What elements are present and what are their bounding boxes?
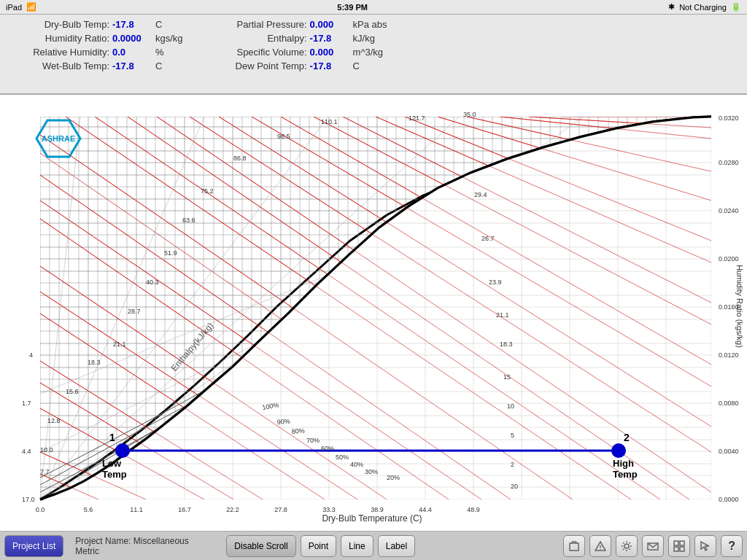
pointer-button[interactable] [694,535,716,557]
delete-button[interactable] [563,535,585,557]
time-display: 5:39 PM [337,3,368,12]
svg-text:29.4: 29.4 [474,191,487,198]
enthalpy-label: Enthalpy: [212,33,307,44]
help-button[interactable]: ? [721,535,743,557]
svg-text:86.8: 86.8 [233,155,247,162]
enthalpy-unit: kJ/kg [353,33,375,44]
svg-rect-302 [680,547,684,551]
wet-bulb-row: Wet-Bulb Temp: -17.8 C [15,61,183,71]
svg-text:121.7: 121.7 [409,114,425,122]
line-button[interactable]: Line [341,535,374,557]
svg-text:110.1: 110.1 [321,118,338,125]
svg-text:10: 10 [507,402,514,410]
svg-text:35.0: 35.0 [463,111,476,118]
dry-bulb-row: Dry-Bulb Temp: -17.8 C [15,19,183,30]
svg-text:63.6: 63.6 [182,217,196,224]
svg-text:High: High [613,458,634,469]
svg-text:22.2: 22.2 [226,506,239,513]
svg-text:28.7: 28.7 [128,308,141,315]
svg-rect-300 [680,541,684,545]
email-button[interactable] [642,535,664,557]
info-right-col: Partial Pressure: 0.000 kPa abs Enthalpy… [212,19,387,89]
humidity-ratio-row: Humidity Ratio: 0.0000 kgs/kg [15,33,183,44]
info-left-col: Dry-Bulb Temp: -17.8 C Humidity Ratio: 0… [15,19,183,89]
svg-text:18.3: 18.3 [88,359,101,366]
enthalpy-row: Enthalpy: -17.8 kJ/kg [212,33,387,44]
svg-text:2: 2 [624,432,630,443]
wifi-icon: 📶 [26,2,36,12]
svg-text:ASHRAE: ASHRAE [42,134,75,143]
svg-text:75.2: 75.2 [201,187,214,195]
chart-area[interactable]: 1 Low Temp 2 High Temp Enthalpy(kJ/kg) H… [0,95,747,531]
svg-text:1.7: 1.7 [22,400,31,407]
point-button[interactable]: Point [301,535,336,557]
svg-text:18.3: 18.3 [500,341,513,348]
svg-text:0.0280: 0.0280 [719,159,739,166]
humidity-ratio-unit: kgs/kg [155,33,183,44]
label-button[interactable]: Label [378,535,415,557]
svg-point-297 [624,544,629,548]
disable-scroll-button[interactable]: Disable Scroll [226,535,295,557]
svg-text:40.3: 40.3 [146,279,159,286]
svg-text:4.4: 4.4 [22,448,31,455]
project-list-button[interactable]: Project List [4,535,63,557]
project-name-label: Project Name: Miscellaneous Metric [68,536,222,556]
svg-text:15: 15 [503,373,511,381]
wet-bulb-unit: C [155,61,162,71]
svg-text:44.4: 44.4 [419,506,432,513]
battery-status: Not Charging [679,3,727,12]
svg-text:5: 5 [511,432,514,439]
dry-bulb-value: -17.8 [112,19,152,30]
svg-text:15.6: 15.6 [66,388,79,395]
svg-text:16.7: 16.7 [178,506,191,513]
svg-text:0.0040: 0.0040 [719,448,739,455]
wet-bulb-value: -17.8 [112,61,152,71]
svg-text:48.9: 48.9 [467,506,480,513]
svg-text:2: 2 [511,461,514,468]
partial-pressure-label: Partial Pressure: [212,19,307,30]
dew-point-value: -17.8 [310,61,350,71]
svg-text:50%: 50% [336,454,349,461]
svg-text:38.9: 38.9 [371,506,384,513]
specific-volume-value: 0.000 [310,47,350,58]
svg-text:Temp: Temp [613,469,638,480]
device-label: iPad [6,3,22,12]
relative-humidity-row: Relative Humidity: 0.0 % [15,47,183,58]
svg-point-224 [611,443,626,458]
svg-text:20: 20 [511,483,518,490]
svg-text:12.8: 12.8 [47,417,61,424]
svg-text:0.0160: 0.0160 [719,303,739,311]
svg-point-296 [600,548,601,550]
grid-button[interactable] [668,535,690,557]
psychrometric-chart[interactable]: 1 Low Temp 2 High Temp Enthalpy(kJ/kg) H… [0,95,747,531]
battery-icon: 🔋 [731,2,741,12]
svg-text:26.7: 26.7 [481,235,495,242]
svg-point-220 [115,443,130,458]
dew-point-row: Dew Point Temp: -17.8 C [212,61,387,71]
specific-volume-row: Specific Volume: 0.000 m^3/kg [212,47,387,58]
ashrae-logo: ASHRAE [22,117,95,160]
svg-text:70%: 70% [306,437,320,444]
settings-button[interactable] [616,535,638,557]
svg-text:Temp: Temp [102,469,127,480]
specific-volume-label: Specific Volume: [212,47,307,58]
partial-pressure-unit: kPa abs [353,19,387,30]
svg-text:90%: 90% [276,417,290,426]
status-bar: iPad 📶 5:39 PM ✱ Not Charging 🔋 [0,0,747,15]
svg-text:0.0320: 0.0320 [719,114,739,122]
bluetooth-icon: ✱ [668,2,675,12]
svg-text:Low: Low [102,458,122,469]
wet-bulb-label: Wet-Bulb Temp: [15,61,109,71]
svg-text:60%: 60% [321,445,334,452]
svg-text:0.0200: 0.0200 [719,255,739,262]
relative-humidity-label: Relative Humidity: [15,47,109,58]
toolbar: Project List Project Name: Miscellaneous… [0,531,747,560]
dew-point-unit: C [353,61,360,71]
humidity-ratio-label: Humidity Ratio: [15,33,109,44]
warning-button[interactable] [589,535,611,557]
svg-text:17.0: 17.0 [22,496,35,503]
relative-humidity-value: 0.0 [112,47,152,58]
svg-text:33.3: 33.3 [322,506,336,513]
svg-text:1: 1 [109,432,115,443]
x-axis-label: Dry-Bulb Temperature (C) [322,513,422,524]
